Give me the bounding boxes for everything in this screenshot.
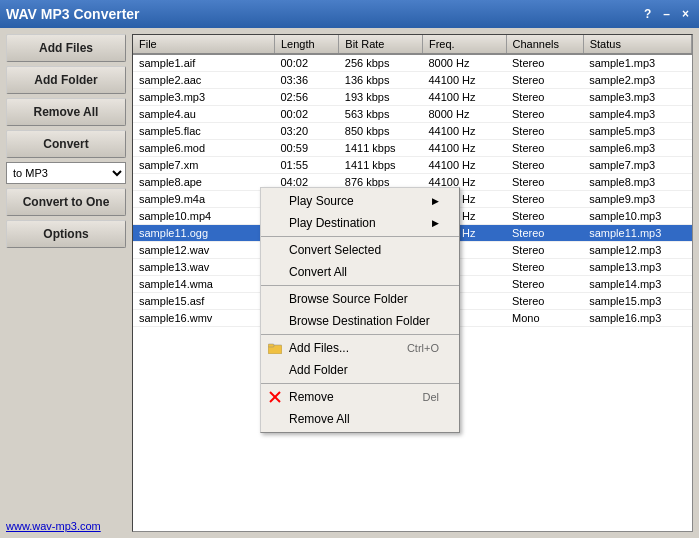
cell-file: sample12.wav bbox=[133, 242, 275, 259]
cell-freq: 44100 Hz bbox=[422, 157, 506, 174]
cell-file: sample5.flac bbox=[133, 123, 275, 140]
cell-file: sample13.wav bbox=[133, 259, 275, 276]
cell-status: sample14.mp3 bbox=[583, 276, 691, 293]
cell-status: sample16.mp3 bbox=[583, 310, 691, 327]
ctx-item-label: Remove bbox=[289, 390, 334, 404]
cell-file: sample16.wmv bbox=[133, 310, 275, 327]
context-menu-item[interactable]: Browse Source Folder bbox=[261, 288, 459, 310]
ctx-item-label: Add Folder bbox=[289, 363, 348, 377]
context-menu-item[interactable]: Convert All bbox=[261, 261, 459, 283]
context-menu-item[interactable]: RemoveDel bbox=[261, 386, 459, 408]
col-length: Length bbox=[275, 35, 339, 54]
cell-channels: Stereo bbox=[506, 54, 583, 72]
cell-status: sample11.mp3 bbox=[583, 225, 691, 242]
cell-length: 03:20 bbox=[275, 123, 339, 140]
cell-file: sample8.ape bbox=[133, 174, 275, 191]
cell-freq: 8000 Hz bbox=[422, 54, 506, 72]
cell-status: sample3.mp3 bbox=[583, 89, 691, 106]
footer-link[interactable]: www.wav-mp3.com bbox=[6, 520, 126, 532]
cell-file: sample7.xm bbox=[133, 157, 275, 174]
ctx-item-label: Play Source bbox=[289, 194, 354, 208]
add-folder-button[interactable]: Add Folder bbox=[6, 66, 126, 94]
col-freq: Freq. bbox=[422, 35, 506, 54]
cell-bitRate: 193 kbps bbox=[339, 89, 423, 106]
table-row[interactable]: sample4.au00:02563 kbps8000 HzStereosamp… bbox=[133, 106, 692, 123]
table-row[interactable]: sample6.mod00:591411 kbps44100 HzStereos… bbox=[133, 140, 692, 157]
cell-file: sample11.ogg bbox=[133, 225, 275, 242]
ctx-item-label: Play Destination bbox=[289, 216, 376, 230]
options-button[interactable]: Options bbox=[6, 220, 126, 248]
cell-freq: 44100 Hz bbox=[422, 89, 506, 106]
cell-status: sample10.mp3 bbox=[583, 208, 691, 225]
context-menu-item[interactable]: Add Folder bbox=[261, 359, 459, 381]
table-row[interactable]: sample5.flac03:20850 kbps44100 HzStereos… bbox=[133, 123, 692, 140]
cell-status: sample7.mp3 bbox=[583, 157, 691, 174]
ctx-separator bbox=[261, 285, 459, 286]
format-select[interactable]: to MP3 to WAV to OGG to AAC to FLAC bbox=[6, 162, 126, 184]
ctx-item-label: Convert All bbox=[289, 265, 347, 279]
cell-channels: Stereo bbox=[506, 208, 583, 225]
ctx-separator bbox=[261, 383, 459, 384]
cell-channels: Stereo bbox=[506, 242, 583, 259]
cell-file: sample6.mod bbox=[133, 140, 275, 157]
minimize-button[interactable]: – bbox=[659, 7, 674, 21]
cell-file: sample2.aac bbox=[133, 72, 275, 89]
cell-file: sample15.asf bbox=[133, 293, 275, 310]
cell-status: sample15.mp3 bbox=[583, 293, 691, 310]
cell-length: 00:02 bbox=[275, 106, 339, 123]
help-button[interactable]: ? bbox=[640, 7, 655, 21]
convert-to-one-button[interactable]: Convert to One bbox=[6, 188, 126, 216]
table-row[interactable]: sample1.aif00:02256 kbps8000 HzStereosam… bbox=[133, 54, 692, 72]
context-menu-item[interactable]: Play Source bbox=[261, 190, 459, 212]
ctx-item-label: Add Files... bbox=[289, 341, 349, 355]
cell-file: sample4.au bbox=[133, 106, 275, 123]
cell-channels: Mono bbox=[506, 310, 583, 327]
remove-all-button[interactable]: Remove All bbox=[6, 98, 126, 126]
ctx-separator bbox=[261, 236, 459, 237]
main-content: Add Files Add Folder Remove All Convert … bbox=[0, 28, 699, 538]
table-row[interactable]: sample3.mp302:56193 kbps44100 HzStereosa… bbox=[133, 89, 692, 106]
col-file: File bbox=[133, 35, 275, 54]
cell-channels: Stereo bbox=[506, 191, 583, 208]
cell-bitRate: 1411 kbps bbox=[339, 140, 423, 157]
cell-bitRate: 563 kbps bbox=[339, 106, 423, 123]
convert-button[interactable]: Convert bbox=[6, 130, 126, 158]
sidebar: Add Files Add Folder Remove All Convert … bbox=[6, 34, 126, 532]
cell-channels: Stereo bbox=[506, 259, 583, 276]
context-menu-item[interactable]: Convert Selected bbox=[261, 239, 459, 261]
context-menu-item[interactable]: Remove All bbox=[261, 408, 459, 430]
cell-bitRate: 136 kbps bbox=[339, 72, 423, 89]
add-files-button[interactable]: Add Files bbox=[6, 34, 126, 62]
ctx-item-label: Browse Source Folder bbox=[289, 292, 408, 306]
table-row[interactable]: sample7.xm01:551411 kbps44100 HzStereosa… bbox=[133, 157, 692, 174]
cell-channels: Stereo bbox=[506, 174, 583, 191]
svg-rect-1 bbox=[268, 344, 274, 347]
context-menu-item[interactable]: Add Files...Ctrl+O bbox=[261, 337, 459, 359]
cell-freq: 44100 Hz bbox=[422, 140, 506, 157]
ctx-item-label: Convert Selected bbox=[289, 243, 381, 257]
ctx-item-label: Remove All bbox=[289, 412, 350, 426]
table-row[interactable]: sample2.aac03:36136 kbps44100 HzStereosa… bbox=[133, 72, 692, 89]
cell-bitRate: 850 kbps bbox=[339, 123, 423, 140]
cell-length: 02:56 bbox=[275, 89, 339, 106]
cell-channels: Stereo bbox=[506, 293, 583, 310]
context-menu-item[interactable]: Browse Destination Folder bbox=[261, 310, 459, 332]
cell-status: sample8.mp3 bbox=[583, 174, 691, 191]
cell-file: sample1.aif bbox=[133, 54, 275, 72]
cell-file: sample3.mp3 bbox=[133, 89, 275, 106]
cell-freq: 8000 Hz bbox=[422, 106, 506, 123]
cell-file: sample9.m4a bbox=[133, 191, 275, 208]
cell-length: 01:55 bbox=[275, 157, 339, 174]
cell-status: sample9.mp3 bbox=[583, 191, 691, 208]
cell-status: sample12.mp3 bbox=[583, 242, 691, 259]
format-select-row: to MP3 to WAV to OGG to AAC to FLAC bbox=[6, 162, 126, 184]
cell-file: sample10.mp4 bbox=[133, 208, 275, 225]
cell-length: 03:36 bbox=[275, 72, 339, 89]
cell-status: sample4.mp3 bbox=[583, 106, 691, 123]
ctx-item-label: Browse Destination Folder bbox=[289, 314, 430, 328]
close-button[interactable]: × bbox=[678, 7, 693, 21]
cell-channels: Stereo bbox=[506, 106, 583, 123]
app-title: WAV MP3 Converter bbox=[6, 6, 140, 22]
cell-file: sample14.wma bbox=[133, 276, 275, 293]
context-menu-item[interactable]: Play Destination bbox=[261, 212, 459, 234]
